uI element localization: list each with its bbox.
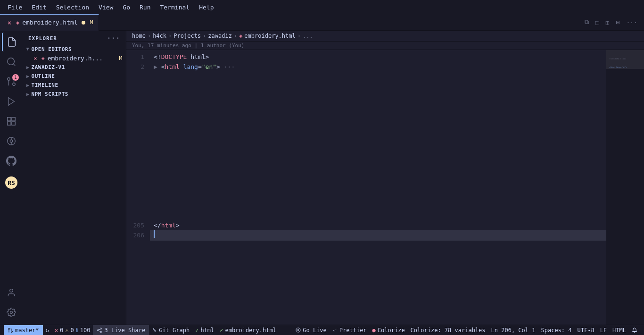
sidebar-more-button[interactable]: ··· (107, 34, 120, 42)
menu-terminal[interactable]: Terminal (157, 3, 194, 12)
activity-explorer[interactable] (2, 33, 21, 51)
status-branch[interactable]: master* (4, 325, 43, 335)
svg-point-21 (100, 331, 102, 333)
open-file-embroidery[interactable]: × ◈ embroidery.h... M (23, 54, 126, 63)
breadcrumb-home[interactable]: home (132, 33, 146, 39)
activity-liveshare[interactable]: RS (2, 173, 21, 192)
toggle-panel-icon[interactable]: ⬚ (594, 18, 601, 27)
golive-label: Go Live (303, 327, 327, 334)
tab-modified-badge: M (90, 19, 93, 25)
section-timeline[interactable]: ▶ TIMELINE (23, 81, 126, 90)
status-file-validate[interactable]: ✓ embroidery.html (217, 325, 279, 335)
activity-search[interactable] (2, 52, 21, 71)
tab-bar: × ◈ embroidery.html M ⧉ ⬚ ◫ ⊟ ··· (0, 14, 644, 31)
svg-point-0 (8, 58, 15, 65)
status-colorize-vars[interactable]: Colorize: 78 variables (408, 325, 488, 335)
activity-accounts[interactable] (2, 283, 21, 302)
eol-label: LF (600, 327, 607, 334)
status-language[interactable]: HTML (610, 325, 629, 335)
tab-close-icon[interactable]: × (6, 19, 13, 26)
warning-icon: ⚠ (65, 327, 68, 334)
menu-help[interactable]: Help (195, 3, 217, 12)
menu-run[interactable]: Run (136, 3, 154, 12)
warning-count: 0 (71, 327, 74, 334)
menu-go[interactable]: Go (119, 3, 134, 12)
tab-embroidery[interactable]: × ◈ embroidery.html M (0, 14, 99, 31)
status-spaces[interactable]: Spaces: 4 (538, 325, 574, 335)
colorize-label: Colorize (378, 327, 405, 334)
tab-label: embroidery.html (22, 19, 77, 26)
status-position[interactable]: Ln 206, Col 1 (488, 325, 538, 335)
svg-point-15 (10, 311, 13, 314)
svg-rect-9 (12, 122, 15, 125)
activity-github[interactable] (2, 151, 21, 170)
breadcrumb-html-icon: ◈ (239, 33, 242, 39)
section-npm-scripts[interactable]: ▶ NPM SCRIPTS (23, 90, 126, 99)
activity-extensions[interactable] (2, 112, 21, 131)
activity-source-control[interactable]: 1 (2, 72, 21, 91)
html-file-icon: ◈ (16, 19, 19, 26)
svg-point-11 (10, 140, 13, 142)
open-editors-label: OPEN EDITORS (32, 46, 72, 52)
breadcrumb-projects[interactable]: Projects (173, 33, 201, 39)
more-actions-icon[interactable]: ··· (625, 18, 639, 27)
status-prettier[interactable]: Prettier (330, 325, 370, 335)
menu-file[interactable]: File (4, 3, 26, 12)
minimap: <!DOCTYPE html> <html lang="en"> (606, 50, 644, 325)
svg-point-20 (98, 329, 99, 331)
zawadiz-label: ZAWADIZ-V1 (32, 64, 65, 70)
menu-selection[interactable]: Selection (52, 3, 93, 12)
menu-edit[interactable]: Edit (28, 3, 50, 12)
status-eol[interactable]: LF (597, 325, 610, 335)
status-errors[interactable]: ✕ 0 ⚠ 0 ℹ 100 (52, 325, 93, 335)
section-open-editors[interactable]: ▶ OPEN EDITORS (23, 45, 126, 54)
section-outline[interactable]: ▶ OUTLINE (23, 72, 126, 81)
error-count: 0 (60, 327, 63, 334)
checkmark-file-icon: ✓ (220, 327, 223, 334)
breadcrumb-ellipsis: ... (303, 33, 313, 39)
encoding-label: UTF-8 (578, 327, 594, 334)
section-zawadiz-v1[interactable]: ▶ ZAWADIZ-V1 (23, 63, 126, 72)
colorize-vars-label: Colorize: 78 variables (411, 327, 486, 334)
code-line-2: ▶ <html lang="en"> ··· (150, 62, 606, 72)
breadcrumb-zawadiz[interactable]: zawadiz (208, 33, 232, 39)
status-golive[interactable]: Go Live (293, 325, 330, 335)
npm-chevron: ▶ (26, 92, 30, 97)
file-close-icon[interactable]: × (32, 55, 39, 62)
svg-point-16 (11, 331, 13, 332)
main-layout: 1 RS (0, 31, 644, 325)
activity-settings[interactable] (2, 303, 21, 322)
position-label: Ln 206, Col 1 (491, 327, 536, 334)
activity-remote[interactable] (2, 132, 21, 151)
status-html-validate[interactable]: ✓ html (192, 325, 217, 335)
spaces-label: Spaces: 4 (541, 327, 571, 334)
source-control-badge: 1 (12, 74, 19, 81)
liveshare-label: 3 Live Share (104, 327, 145, 334)
split-right-icon[interactable]: ⊟ (614, 18, 622, 27)
breadcrumb-h4ck[interactable]: h4ck (153, 33, 166, 39)
activity-run-debug[interactable] (2, 92, 21, 111)
outline-label: OUTLINE (32, 73, 55, 79)
svg-rect-8 (8, 122, 11, 125)
code-container[interactable]: 1 2 205 206 <!DOCTYPE html> ▶ <html lang… (126, 50, 644, 325)
status-sync[interactable]: ↻ (43, 325, 52, 335)
close-sidebar-icon[interactable]: ◫ (604, 18, 611, 27)
svg-rect-6 (8, 117, 11, 121)
code-empty-space (150, 72, 606, 220)
status-gitgraph[interactable]: Git Graph (149, 325, 192, 335)
code-line-205: </html> (150, 220, 606, 230)
status-encoding[interactable]: UTF-8 (575, 325, 597, 335)
menu-view[interactable]: View (95, 3, 117, 12)
status-liveshare[interactable]: 3 Live Share (93, 325, 149, 335)
file-validate-label: embroidery.html (225, 327, 276, 334)
code-editor[interactable]: <!DOCTYPE html> ▶ <html lang="en"> ··· <… (150, 50, 606, 325)
split-editor-icon[interactable]: ⧉ (583, 17, 591, 27)
tab-bar-actions: ⧉ ⬚ ◫ ⊟ ··· (583, 17, 644, 27)
blame-text: You, 17 minutes ago | 1 author (You) (132, 42, 244, 49)
editor-area: home › h4ck › Projects › zawadiz › ◈ emb… (126, 31, 644, 325)
status-notifications[interactable] (629, 325, 640, 335)
breadcrumb-file[interactable]: ◈ embroidery.html (239, 33, 296, 39)
code-line-206 (150, 230, 606, 241)
svg-point-3 (8, 78, 10, 81)
status-colorize[interactable]: ● Colorize (370, 325, 408, 335)
